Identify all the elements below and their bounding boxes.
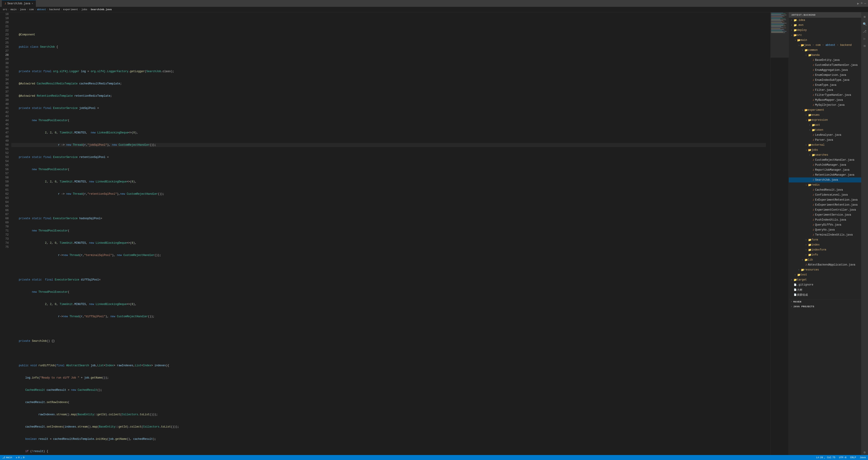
tree-item-banda[interactable]: › 📁 banda (789, 53, 861, 58)
tree-item-ConfidenceLevel[interactable]: J ConfidenceLevel.java (789, 192, 861, 197)
tree-item-java[interactable]: › 📂 java · com · abtest · backend (789, 43, 861, 48)
status-encoding[interactable]: CRLF (850, 456, 856, 459)
code-container[interactable]: 1819202122 2324252627 2829303132 3334353… (0, 12, 770, 455)
tree-item-expression[interactable]: › 📂 expression (789, 118, 861, 123)
tree-item-external[interactable]: › 📁 external (789, 143, 861, 148)
status-language[interactable]: Java (860, 456, 866, 459)
tree-item-redis[interactable]: › 📂 redis (789, 182, 861, 187)
tree-item-EnumAggregation[interactable]: J EnumAggregation.java (789, 68, 861, 72)
tree-item-MyBaseMapper[interactable]: J MyBaseMapper.java (789, 98, 861, 102)
activity-search-icon[interactable]: 🔍 (862, 21, 867, 27)
folder-arrow-token: › (808, 129, 811, 131)
tree-label-gitignore: .gitignore (797, 283, 813, 286)
tree-item-enums[interactable]: › 📁 enums (789, 113, 861, 118)
tree-item-ReportJobManager[interactable]: J ReportJobManager.java (789, 167, 861, 173)
tree-item-dashu[interactable]: 📄 大树 (789, 287, 861, 292)
breadcrumb-main[interactable]: main (10, 8, 17, 11)
tree-item-EnumComparison[interactable]: J EnumComparison.java (789, 72, 861, 78)
tree-item-Filter[interactable]: J Filter.java (789, 88, 861, 93)
tree-item-info[interactable]: › 📁 info (789, 252, 861, 257)
tree-label-zhaiyao: 摘要组成 (797, 293, 808, 297)
tree-item-CachedResult[interactable]: J CachedResult.java (789, 187, 861, 192)
tree-item-main[interactable]: › 📂 main (789, 38, 861, 43)
tree-item-ExperimentController[interactable]: J ExperimentController.java (789, 207, 861, 212)
tree-item-indexform[interactable]: › 📁 indexform (789, 247, 861, 252)
tree-item-EnumType[interactable]: J EnumType.java (789, 83, 861, 88)
tree-item-BaseEntity[interactable]: J BaseEntity.java (789, 58, 861, 63)
tree-item-CustomDateTimeHandler[interactable]: J CustomDateTimeHandler.java (789, 63, 861, 68)
file-explorer: ARTEST-BACKEND › 📁 .idea › 📁 .mvn › 📁 de… (788, 12, 861, 455)
more-actions-icon[interactable]: ⋯ (864, 2, 866, 5)
tree-item-lib[interactable]: › 📁 lib (789, 257, 861, 262)
tree-item-mvn[interactable]: › 📁 .mvn (789, 23, 861, 28)
breadcrumb-backend[interactable]: backend (49, 8, 60, 11)
editor-tab[interactable]: J SearchJob.java × (2, 0, 36, 7)
tree-item-FilterTypeHandler[interactable]: J FilterTypeHandler.java (789, 93, 861, 98)
tree-label-java-projects: JAVA PROJECTS (793, 305, 814, 308)
tree-item-resources[interactable]: › 📁 resources (789, 267, 861, 272)
breadcrumb-experiment[interactable]: experiment (63, 8, 78, 11)
tree-label-deploy: deploy (797, 29, 807, 32)
activity-settings-icon[interactable]: ⚙ (862, 450, 867, 455)
tree-item-ExExperimentRetention2[interactable]: J ExExperimentRetention.java (789, 203, 861, 207)
tree-item-src[interactable]: › 📂 src (789, 33, 861, 38)
tree-item-PushJobManager[interactable]: J PushJobManager.java (789, 162, 861, 167)
tree-item-ExExperimentRetention[interactable]: J ExExperimentRetention.java (789, 197, 861, 203)
tree-item-SearchJob[interactable]: J SearchJob.java (789, 178, 861, 182)
status-errors[interactable]: ✕ 0 ⚠ 0 (16, 456, 24, 459)
tree-item-form[interactable]: › 📁 form (789, 237, 861, 242)
tree-section-maven[interactable]: › MAVEN (789, 299, 861, 304)
tree-label-common: common (808, 49, 817, 52)
tree-item-gitignore[interactable]: 📄 .gitignore (789, 282, 861, 287)
tree-item-LexAnalyser[interactable]: J LexAnalyser.java (789, 132, 861, 137)
breadcrumb-file[interactable]: SearchJob.java (91, 8, 112, 11)
tree-item-common[interactable]: › 📁 common (789, 48, 861, 53)
tree-item-token[interactable]: › 📁 token (789, 127, 861, 132)
tree-item-index[interactable]: › 📁 index (789, 242, 861, 247)
activity-git-icon[interactable]: ⎇ (862, 29, 867, 34)
folder-icon-external: 📁 (808, 144, 811, 147)
tree-item-QueryVo[interactable]: J QueryVo.java (789, 227, 861, 233)
tree-item-jobs[interactable]: › 📂 jobs (789, 148, 861, 153)
tree-label-FilterTypeHandler: FilterTypeHandler.java (815, 93, 851, 97)
tree-section-java-projects[interactable]: › JAVA PROJECTS (789, 304, 861, 309)
breadcrumb-java[interactable]: java (20, 8, 26, 11)
activity-files-icon[interactable]: ⊞ (862, 14, 867, 20)
tree-item-MySqlInjector[interactable]: J MySqlInjector.java (789, 102, 861, 108)
tree-item-experiment[interactable]: › 📂 experiment (789, 108, 861, 113)
java-icon-CustomDateTimeHandler: J (811, 64, 815, 66)
tab-close-button[interactable]: × (32, 2, 33, 5)
activity-extensions-icon[interactable]: ⊟ (862, 43, 867, 49)
tree-item-ExperimentService[interactable]: J ExperimentService.java (789, 212, 861, 217)
code-editor[interactable]: @Component public class SearchJob { priv… (11, 12, 770, 455)
tree-item-CustomRejectHandler[interactable]: J CustomRejectHandler.java (789, 157, 861, 162)
tree-label-RetentionJobManager: RetentionJobManager.java (815, 173, 855, 177)
breadcrumb-jobs[interactable]: jobs (82, 8, 87, 11)
tree-item-idea[interactable]: › 📁 .idea (789, 18, 861, 23)
breadcrumb-src[interactable]: src (3, 8, 7, 11)
tree-item-Parser[interactable]: J Parser.java (789, 137, 861, 143)
tree-item-PushIndexUtils[interactable]: J PushIndexUtils.java (789, 217, 861, 222)
tree-item-EnumIndexSubType[interactable]: J EnumIndexSubType.java (789, 78, 861, 83)
tree-item-searches[interactable]: › 📁 searches (789, 153, 861, 157)
tree-item-zhaiyao[interactable]: 📄 摘要组成 (789, 292, 861, 297)
tree-item-ast[interactable]: › 📁 ast (789, 123, 861, 127)
split-editor-icon[interactable]: ⊞ (861, 2, 863, 5)
run-icon[interactable]: ▶ (857, 2, 859, 5)
status-spaces[interactable]: UTF-8 (839, 456, 846, 459)
tree-item-RetentionJobManager[interactable]: J RetentionJobManager.java (789, 173, 861, 178)
code-line-39: private static final ExecutorService dif… (11, 278, 766, 282)
tree-item-QueryDiffVo[interactable]: J QueryDiffVo.java (789, 222, 861, 227)
tree-item-AbtestBackendApplication[interactable]: J AbtestBackendApplication.java (789, 262, 861, 267)
breadcrumb-com[interactable]: com (29, 8, 34, 11)
tree-item-deploy[interactable]: › 📁 deploy (789, 28, 861, 33)
folder-icon-redis: 📂 (808, 183, 811, 187)
activity-debug-icon[interactable]: ▷ (862, 36, 867, 41)
tree-item-TerminalIndexUtils[interactable]: J TerminalIndexUtils.java (789, 233, 861, 237)
tree-item-target[interactable]: › 📁 target (789, 277, 861, 282)
tree-item-test[interactable]: › 📁 test (789, 272, 861, 277)
breadcrumb-abtest[interactable]: abtest (37, 8, 46, 11)
tree-label-src: src (797, 34, 802, 37)
status-branch[interactable]: ⎇ main (2, 456, 12, 459)
minimap[interactable] (770, 12, 788, 455)
